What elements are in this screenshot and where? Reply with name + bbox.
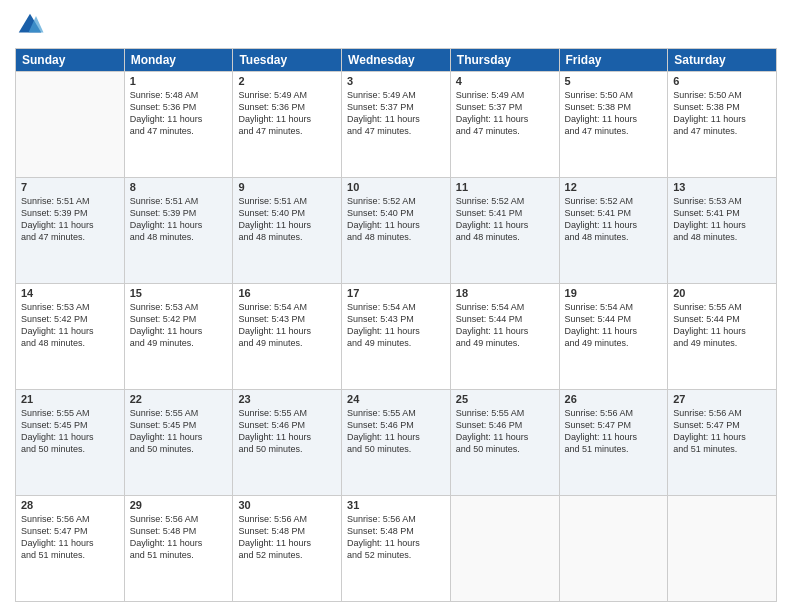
day-info: Sunrise: 5:51 AM Sunset: 5:40 PM Dayligh… (238, 195, 336, 244)
day-number: 4 (456, 75, 554, 87)
day-number: 13 (673, 181, 771, 193)
calendar-cell: 10Sunrise: 5:52 AM Sunset: 5:40 PM Dayli… (342, 178, 451, 284)
calendar-cell: 11Sunrise: 5:52 AM Sunset: 5:41 PM Dayli… (450, 178, 559, 284)
week-row-1: 1Sunrise: 5:48 AM Sunset: 5:36 PM Daylig… (16, 72, 777, 178)
day-info: Sunrise: 5:56 AM Sunset: 5:47 PM Dayligh… (565, 407, 663, 456)
logo-icon (15, 10, 45, 40)
weekday-saturday: Saturday (668, 49, 777, 72)
day-number: 8 (130, 181, 228, 193)
day-number: 5 (565, 75, 663, 87)
day-number: 9 (238, 181, 336, 193)
day-number: 31 (347, 499, 445, 511)
calendar-cell (559, 496, 668, 602)
logo (15, 10, 49, 40)
day-info: Sunrise: 5:54 AM Sunset: 5:43 PM Dayligh… (238, 301, 336, 350)
calendar-cell: 29Sunrise: 5:56 AM Sunset: 5:48 PM Dayli… (124, 496, 233, 602)
day-info: Sunrise: 5:53 AM Sunset: 5:41 PM Dayligh… (673, 195, 771, 244)
day-info: Sunrise: 5:55 AM Sunset: 5:44 PM Dayligh… (673, 301, 771, 350)
calendar-cell: 31Sunrise: 5:56 AM Sunset: 5:48 PM Dayli… (342, 496, 451, 602)
day-info: Sunrise: 5:56 AM Sunset: 5:47 PM Dayligh… (21, 513, 119, 562)
calendar-cell: 4Sunrise: 5:49 AM Sunset: 5:37 PM Daylig… (450, 72, 559, 178)
week-row-2: 7Sunrise: 5:51 AM Sunset: 5:39 PM Daylig… (16, 178, 777, 284)
day-number: 28 (21, 499, 119, 511)
calendar-cell: 5Sunrise: 5:50 AM Sunset: 5:38 PM Daylig… (559, 72, 668, 178)
day-number: 3 (347, 75, 445, 87)
day-info: Sunrise: 5:54 AM Sunset: 5:43 PM Dayligh… (347, 301, 445, 350)
day-number: 16 (238, 287, 336, 299)
calendar-cell: 16Sunrise: 5:54 AM Sunset: 5:43 PM Dayli… (233, 284, 342, 390)
day-number: 6 (673, 75, 771, 87)
day-info: Sunrise: 5:52 AM Sunset: 5:40 PM Dayligh… (347, 195, 445, 244)
calendar-cell: 12Sunrise: 5:52 AM Sunset: 5:41 PM Dayli… (559, 178, 668, 284)
calendar-cell: 25Sunrise: 5:55 AM Sunset: 5:46 PM Dayli… (450, 390, 559, 496)
day-info: Sunrise: 5:55 AM Sunset: 5:46 PM Dayligh… (347, 407, 445, 456)
day-number: 21 (21, 393, 119, 405)
day-number: 30 (238, 499, 336, 511)
day-number: 23 (238, 393, 336, 405)
calendar-cell: 17Sunrise: 5:54 AM Sunset: 5:43 PM Dayli… (342, 284, 451, 390)
day-info: Sunrise: 5:56 AM Sunset: 5:47 PM Dayligh… (673, 407, 771, 456)
calendar-cell: 21Sunrise: 5:55 AM Sunset: 5:45 PM Dayli… (16, 390, 125, 496)
day-info: Sunrise: 5:49 AM Sunset: 5:37 PM Dayligh… (456, 89, 554, 138)
day-info: Sunrise: 5:51 AM Sunset: 5:39 PM Dayligh… (21, 195, 119, 244)
day-number: 15 (130, 287, 228, 299)
week-row-4: 21Sunrise: 5:55 AM Sunset: 5:45 PM Dayli… (16, 390, 777, 496)
week-row-3: 14Sunrise: 5:53 AM Sunset: 5:42 PM Dayli… (16, 284, 777, 390)
day-info: Sunrise: 5:53 AM Sunset: 5:42 PM Dayligh… (21, 301, 119, 350)
header (15, 10, 777, 40)
day-info: Sunrise: 5:56 AM Sunset: 5:48 PM Dayligh… (238, 513, 336, 562)
day-number: 1 (130, 75, 228, 87)
calendar-table: SundayMondayTuesdayWednesdayThursdayFrid… (15, 48, 777, 602)
day-info: Sunrise: 5:50 AM Sunset: 5:38 PM Dayligh… (673, 89, 771, 138)
calendar-cell: 28Sunrise: 5:56 AM Sunset: 5:47 PM Dayli… (16, 496, 125, 602)
day-info: Sunrise: 5:53 AM Sunset: 5:42 PM Dayligh… (130, 301, 228, 350)
calendar-cell (16, 72, 125, 178)
calendar-cell: 15Sunrise: 5:53 AM Sunset: 5:42 PM Dayli… (124, 284, 233, 390)
day-number: 20 (673, 287, 771, 299)
weekday-thursday: Thursday (450, 49, 559, 72)
calendar-cell: 24Sunrise: 5:55 AM Sunset: 5:46 PM Dayli… (342, 390, 451, 496)
day-info: Sunrise: 5:56 AM Sunset: 5:48 PM Dayligh… (130, 513, 228, 562)
day-number: 26 (565, 393, 663, 405)
week-row-5: 28Sunrise: 5:56 AM Sunset: 5:47 PM Dayli… (16, 496, 777, 602)
day-number: 19 (565, 287, 663, 299)
day-info: Sunrise: 5:48 AM Sunset: 5:36 PM Dayligh… (130, 89, 228, 138)
calendar-cell: 18Sunrise: 5:54 AM Sunset: 5:44 PM Dayli… (450, 284, 559, 390)
weekday-wednesday: Wednesday (342, 49, 451, 72)
day-info: Sunrise: 5:49 AM Sunset: 5:36 PM Dayligh… (238, 89, 336, 138)
day-info: Sunrise: 5:56 AM Sunset: 5:48 PM Dayligh… (347, 513, 445, 562)
calendar-cell: 26Sunrise: 5:56 AM Sunset: 5:47 PM Dayli… (559, 390, 668, 496)
day-number: 10 (347, 181, 445, 193)
calendar-cell: 30Sunrise: 5:56 AM Sunset: 5:48 PM Dayli… (233, 496, 342, 602)
calendar-cell: 22Sunrise: 5:55 AM Sunset: 5:45 PM Dayli… (124, 390, 233, 496)
calendar-cell (668, 496, 777, 602)
day-info: Sunrise: 5:49 AM Sunset: 5:37 PM Dayligh… (347, 89, 445, 138)
calendar-cell: 27Sunrise: 5:56 AM Sunset: 5:47 PM Dayli… (668, 390, 777, 496)
day-info: Sunrise: 5:55 AM Sunset: 5:45 PM Dayligh… (130, 407, 228, 456)
day-info: Sunrise: 5:52 AM Sunset: 5:41 PM Dayligh… (456, 195, 554, 244)
weekday-sunday: Sunday (16, 49, 125, 72)
calendar-cell: 1Sunrise: 5:48 AM Sunset: 5:36 PM Daylig… (124, 72, 233, 178)
calendar-cell: 8Sunrise: 5:51 AM Sunset: 5:39 PM Daylig… (124, 178, 233, 284)
day-number: 11 (456, 181, 554, 193)
day-number: 27 (673, 393, 771, 405)
calendar-cell: 19Sunrise: 5:54 AM Sunset: 5:44 PM Dayli… (559, 284, 668, 390)
day-number: 22 (130, 393, 228, 405)
day-number: 2 (238, 75, 336, 87)
day-info: Sunrise: 5:50 AM Sunset: 5:38 PM Dayligh… (565, 89, 663, 138)
day-number: 17 (347, 287, 445, 299)
day-number: 29 (130, 499, 228, 511)
day-number: 24 (347, 393, 445, 405)
calendar-cell: 13Sunrise: 5:53 AM Sunset: 5:41 PM Dayli… (668, 178, 777, 284)
day-info: Sunrise: 5:52 AM Sunset: 5:41 PM Dayligh… (565, 195, 663, 244)
calendar-cell: 6Sunrise: 5:50 AM Sunset: 5:38 PM Daylig… (668, 72, 777, 178)
calendar-cell: 14Sunrise: 5:53 AM Sunset: 5:42 PM Dayli… (16, 284, 125, 390)
calendar-cell: 3Sunrise: 5:49 AM Sunset: 5:37 PM Daylig… (342, 72, 451, 178)
day-info: Sunrise: 5:51 AM Sunset: 5:39 PM Dayligh… (130, 195, 228, 244)
day-number: 25 (456, 393, 554, 405)
calendar-cell: 23Sunrise: 5:55 AM Sunset: 5:46 PM Dayli… (233, 390, 342, 496)
day-number: 12 (565, 181, 663, 193)
day-number: 7 (21, 181, 119, 193)
day-info: Sunrise: 5:54 AM Sunset: 5:44 PM Dayligh… (565, 301, 663, 350)
calendar-cell: 9Sunrise: 5:51 AM Sunset: 5:40 PM Daylig… (233, 178, 342, 284)
